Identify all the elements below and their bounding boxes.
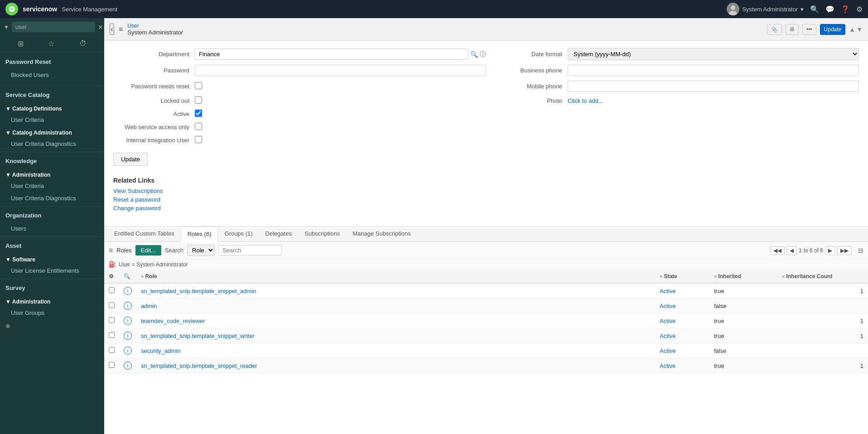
sidebar-item-blocked-users[interactable]: Blocked Users	[0, 69, 104, 81]
mobile-phone-input[interactable]	[568, 81, 859, 92]
form-update-button[interactable]: Update	[113, 153, 148, 166]
user-menu[interactable]: System Administrator ▾	[727, 3, 804, 15]
tab-groups[interactable]: Groups (1)	[218, 227, 259, 241]
business-phone-input[interactable]	[568, 65, 859, 76]
role-link[interactable]: sn_templated_snip.template_snippet_write…	[141, 333, 255, 339]
update-button[interactable]: Update	[820, 24, 846, 35]
table-menu-icon[interactable]: ≡	[109, 246, 113, 255]
settings-button[interactable]: ⚙	[786, 24, 799, 35]
tab-delegates[interactable]: Delegates	[259, 227, 299, 241]
sidebar-header-knowledge[interactable]: Knowledge	[0, 154, 104, 168]
internal-integration-checkbox[interactable]	[195, 136, 202, 143]
role-link[interactable]: security_admin	[141, 347, 180, 354]
attach-button[interactable]: 📎	[767, 24, 782, 35]
row-checkbox[interactable]	[109, 287, 115, 293]
row-info-icon[interactable]: i	[124, 347, 132, 355]
state-link[interactable]: Active	[660, 288, 675, 294]
gear-icon[interactable]: ⚙	[109, 273, 114, 280]
tab-subscriptions[interactable]: Subscriptions	[298, 227, 346, 241]
nav-up-button[interactable]: ▲	[849, 26, 855, 33]
sidebar-item-user-criteria-diagnostics-1[interactable]: User Criteria Diagnostics	[0, 138, 104, 150]
sidebar-header-asset[interactable]: Asset	[0, 239, 104, 253]
active-checkbox[interactable]	[195, 110, 202, 117]
toolbar-edit-button[interactable]: Edit...	[135, 245, 161, 256]
sidebar-header-survey[interactable]: Survey	[0, 281, 104, 295]
password-input[interactable]	[195, 65, 486, 76]
state-link[interactable]: Active	[660, 333, 675, 339]
sidebar-clear-icon[interactable]: ✕	[98, 24, 103, 31]
search-table-icon[interactable]: 🔍	[124, 273, 130, 280]
date-format-select[interactable]: System (yyyy-MM-dd)	[568, 48, 859, 60]
menu-icon[interactable]: ≡	[119, 25, 123, 34]
related-link-reset-password[interactable]: Reset a password	[113, 196, 859, 203]
row-info-icon[interactable]: i	[124, 287, 132, 295]
row-info-icon[interactable]: i	[124, 317, 132, 325]
row-info-icon[interactable]: i	[124, 332, 132, 340]
sidebar-item-user-criteria-diagnostics-2[interactable]: User Criteria Diagnostics	[0, 192, 104, 204]
sidebar-header-organization[interactable]: Organization	[0, 208, 104, 222]
sidebar-item-user-criteria-2[interactable]: User Criteria	[0, 180, 104, 192]
sidebar-group-survey-admin[interactable]: ▼ Administration	[0, 295, 104, 307]
locked-out-checkbox[interactable]	[195, 96, 202, 104]
row-info-icon[interactable]: i	[124, 302, 132, 310]
row-info-icon[interactable]: i	[124, 362, 132, 370]
row-checkbox[interactable]	[109, 362, 115, 368]
grid-icon[interactable]: ⊞	[18, 39, 24, 48]
role-link[interactable]: teamdev_code_reviewer	[141, 318, 205, 324]
sidebar-search-input[interactable]	[12, 22, 95, 32]
toolbar-search-select[interactable]: Role	[187, 245, 215, 256]
role-link[interactable]: admin	[141, 303, 157, 309]
role-link[interactable]: sn_templated_snip.template_snippet_admin	[141, 288, 256, 294]
row-checkbox[interactable]	[109, 332, 115, 338]
row-checkbox[interactable]	[109, 302, 115, 308]
history-icon[interactable]: ⏱	[79, 39, 87, 48]
sidebar-item-user-license[interactable]: User License Entitlements	[0, 265, 104, 277]
help-icon[interactable]: ❓	[841, 5, 850, 14]
page-prev-button[interactable]: ◀	[786, 246, 797, 255]
page-last-button[interactable]: ▶▶	[837, 246, 852, 255]
row-checkbox[interactable]	[109, 317, 115, 323]
sidebar-item-user-groups[interactable]: User Groups	[0, 307, 104, 319]
department-search-icon[interactable]: 🔍	[470, 51, 478, 58]
chat-icon[interactable]: 💬	[825, 5, 834, 14]
state-link[interactable]: Active	[660, 303, 675, 309]
sidebar-group-password-reset[interactable]: Password Reset	[0, 55, 104, 69]
sidebar-group-catalog-definitions[interactable]: ▼ Catalog Definitions	[0, 102, 104, 114]
nav-down-button[interactable]: ▼	[856, 26, 863, 33]
department-input[interactable]	[195, 48, 468, 60]
related-link-view-subscriptions[interactable]: View Subscriptions	[113, 188, 859, 194]
related-link-change-password[interactable]: Change password	[113, 205, 859, 212]
page-next-button[interactable]: ▶	[825, 246, 835, 255]
tab-manage-subscriptions[interactable]: Manage Subscriptions	[346, 227, 417, 241]
sidebar-group-catalog-admin[interactable]: ▼ Catalog Administration	[0, 126, 104, 138]
col-header-inheritance-count[interactable]: ≡Inheritance Count	[777, 270, 868, 283]
password-needs-reset-checkbox[interactable]	[195, 82, 202, 89]
state-link[interactable]: Active	[660, 347, 675, 354]
role-link[interactable]: sn_templated_snip.template_snippet_reade…	[141, 362, 257, 369]
department-info-icon[interactable]: ⓘ	[480, 50, 486, 58]
sidebar-item-users[interactable]: Users	[0, 222, 104, 235]
sidebar-group-knowledge-admin[interactable]: ▼ Administration	[0, 168, 104, 180]
state-link[interactable]: Active	[660, 318, 675, 324]
photo-link[interactable]: Click to add...	[568, 97, 603, 104]
col-header-state[interactable]: ≡State	[655, 270, 709, 283]
tab-entitled-custom-tables[interactable]: Entitled Custom Tables	[108, 227, 181, 241]
servicenow-logo[interactable]	[5, 3, 18, 15]
sidebar-bottom-add-icon[interactable]: ⊕	[0, 319, 104, 333]
web-service-checkbox[interactable]	[195, 123, 202, 130]
sidebar-group-software[interactable]: ▼ Software	[0, 253, 104, 265]
page-first-button[interactable]: ◀◀	[770, 246, 785, 255]
star-icon[interactable]: ☆	[48, 39, 54, 48]
tab-roles[interactable]: Roles (6)	[181, 227, 218, 242]
state-link[interactable]: Active	[660, 362, 675, 369]
col-header-role[interactable]: ≡Role	[136, 270, 655, 283]
back-button[interactable]: ‹	[110, 24, 114, 35]
settings-icon[interactable]: ⚙	[856, 5, 863, 14]
sidebar-header-service-catalog[interactable]: Service Catalog	[0, 88, 104, 102]
table-collapse-icon[interactable]: ⊟	[858, 247, 863, 254]
search-icon[interactable]: 🔍	[810, 5, 819, 14]
col-header-inherited[interactable]: ≡Inherited	[709, 270, 777, 283]
toolbar-search-input[interactable]	[218, 245, 282, 256]
sidebar-item-user-criteria-1[interactable]: User Criteria	[0, 114, 104, 126]
row-checkbox[interactable]	[109, 347, 115, 353]
